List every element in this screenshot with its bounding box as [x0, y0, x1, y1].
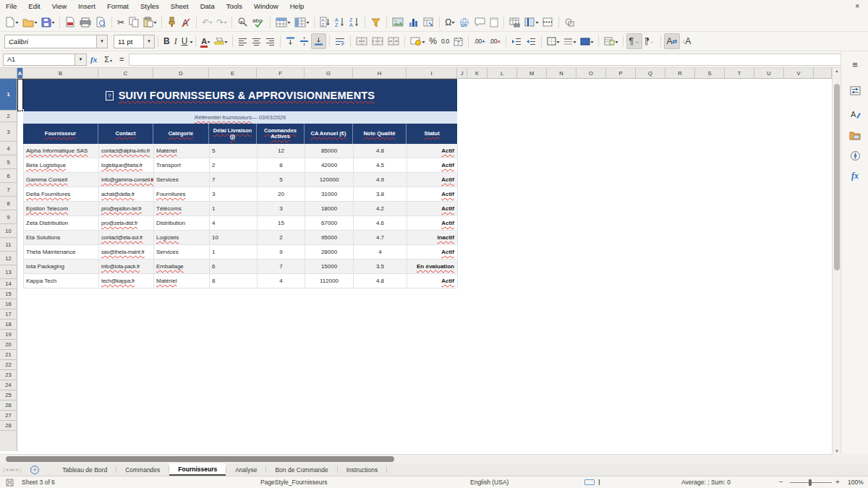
- row-header-4[interactable]: 4: [0, 142, 17, 155]
- cell[interactable]: 15000: [305, 260, 354, 273]
- selection-mode-icon[interactable]: [584, 479, 595, 485]
- cell[interactable]: Theta Maintenance: [24, 245, 99, 259]
- insert-pivot-table-button[interactable]: [421, 14, 436, 30]
- table-title-cell[interactable]: ? SUIVI FOURNISSEURS & APPROVISIONNEMENT…: [23, 79, 457, 111]
- special-character-button[interactable]: Ω▾: [443, 14, 456, 30]
- cell[interactable]: 67000: [305, 216, 354, 230]
- row-header-19[interactable]: 19: [0, 330, 17, 340]
- cell[interactable]: Actif: [407, 202, 458, 215]
- cell[interactable]: 1: [210, 245, 258, 259]
- clone-formatting-button[interactable]: [165, 14, 179, 30]
- table-header-2[interactable]: Contact: [98, 124, 153, 144]
- column-header-B[interactable]: B: [23, 68, 98, 78]
- cell[interactable]: 3.5: [354, 260, 407, 273]
- cell[interactable]: 28000: [305, 245, 354, 259]
- print-button[interactable]: [77, 14, 93, 30]
- page-style-label[interactable]: PageStyle_Fournisseurs: [260, 476, 328, 488]
- cell[interactable]: sav@theta-maint.fr: [99, 245, 154, 259]
- sidebar-styles-button[interactable]: A: [848, 106, 862, 121]
- column-header-U[interactable]: U: [754, 68, 784, 78]
- menu-sheet[interactable]: Sheet: [165, 0, 195, 13]
- open-button[interactable]: ▾: [20, 14, 39, 30]
- sort-ascending-button[interactable]: AZ: [333, 14, 347, 30]
- cell[interactable]: 7: [210, 173, 258, 187]
- cell[interactable]: 4.6: [354, 216, 407, 230]
- sidebar-functions-button[interactable]: fx: [848, 168, 862, 183]
- cell[interactable]: achat@delta.fr: [99, 187, 154, 201]
- column-header-V[interactable]: V: [784, 68, 814, 78]
- cell[interactable]: Actif: [407, 187, 458, 201]
- merge-cells-button[interactable]: [354, 33, 370, 49]
- cell[interactable]: 1: [210, 202, 258, 215]
- zoom-out-button[interactable]: −: [779, 476, 783, 488]
- left-to-right-button[interactable]: ¶→: [626, 33, 642, 49]
- italic-button[interactable]: I: [172, 33, 179, 49]
- date-format-button[interactable]: 7: [451, 33, 465, 49]
- paste-button[interactable]: ▾: [141, 14, 158, 30]
- bold-button[interactable]: B: [161, 33, 172, 49]
- cell[interactable]: Matériel: [154, 274, 210, 288]
- cell[interactable]: 120000: [305, 173, 354, 187]
- row-header-2[interactable]: 2: [0, 111, 17, 122]
- insert-chart-button[interactable]: [406, 14, 421, 30]
- sidebar-gallery-button[interactable]: [848, 128, 862, 142]
- font-name-dropdown[interactable]: ▼: [97, 35, 108, 48]
- row-header-13[interactable]: 13: [0, 265, 17, 279]
- menu-help[interactable]: Help: [284, 0, 310, 13]
- equals-button[interactable]: =: [116, 55, 127, 64]
- cell[interactable]: 112000: [305, 274, 354, 288]
- cell[interactable]: Actif: [407, 245, 458, 259]
- cell[interactable]: 3: [210, 187, 258, 201]
- cell[interactable]: 20: [258, 187, 305, 201]
- row-header-23[interactable]: 23: [0, 370, 17, 380]
- dropdown-arrow-icon[interactable]: ▾: [536, 20, 539, 25]
- cell[interactable]: 85000: [305, 144, 354, 158]
- column-header-N[interactable]: N: [547, 68, 576, 78]
- align-right-button[interactable]: [263, 33, 277, 49]
- table-header-7[interactable]: Note Qualité: [353, 124, 407, 144]
- dropdown-arrow-icon[interactable]: ▾: [556, 39, 559, 44]
- sort-button[interactable]: AZ: [318, 14, 333, 30]
- cell[interactable]: Logiciels: [154, 231, 210, 244]
- insert-image-button[interactable]: [390, 14, 406, 30]
- menu-file[interactable]: File: [0, 0, 22, 13]
- currency-format-button[interactable]: ▾: [408, 33, 427, 49]
- text-horizontal-button[interactable]: A⇄: [664, 33, 681, 49]
- row-header-24[interactable]: 24: [0, 380, 17, 390]
- cell[interactable]: 10: [210, 231, 258, 244]
- menu-data[interactable]: Data: [195, 0, 221, 13]
- column-header-J[interactable]: J: [457, 68, 467, 78]
- cell[interactable]: Actif: [407, 173, 458, 187]
- row-header-27[interactable]: 27: [0, 411, 17, 421]
- split-window-button[interactable]: [540, 14, 556, 30]
- redo-button[interactable]: ↷▾: [214, 14, 229, 30]
- align-bottom-button[interactable]: [311, 33, 326, 49]
- cell[interactable]: 5: [210, 144, 258, 158]
- print-preview-button[interactable]: [93, 14, 109, 30]
- find-replace-button[interactable]: a: [235, 14, 250, 30]
- align-top-button[interactable]: [284, 33, 297, 49]
- row-header-25[interactable]: 25: [0, 390, 17, 401]
- dropdown-arrow-icon[interactable]: ▾: [154, 20, 157, 25]
- cell[interactable]: 8: [258, 158, 305, 172]
- table-header-row[interactable]: FournisseurContactCatégorieDélai Livrais…: [23, 124, 457, 144]
- cell[interactable]: Distribution: [154, 216, 210, 230]
- center-vertically-button[interactable]: [297, 33, 311, 49]
- column-header-R[interactable]: R: [665, 68, 695, 78]
- cell[interactable]: Epsilon Telecom: [24, 202, 99, 215]
- sheet-number-label[interactable]: Sheet 3 of 6: [22, 476, 55, 488]
- sidebar-settings-button[interactable]: ≡: [848, 57, 862, 72]
- text-vertical-button[interactable]: ↓A: [680, 33, 693, 49]
- row-header-7[interactable]: 7: [0, 183, 17, 197]
- autofilter-button[interactable]: [368, 14, 383, 30]
- name-box-dropdown[interactable]: ▼: [75, 53, 87, 66]
- cell[interactable]: tech@kappa.fr: [99, 274, 154, 288]
- cell[interactable]: 95000: [305, 231, 354, 244]
- spelling-button[interactable]: abc: [250, 14, 267, 30]
- cell[interactable]: info@iota-pack.fr: [99, 260, 154, 273]
- sheet-tab-fournisseurs[interactable]: Fournisseurs: [169, 463, 226, 476]
- underline-button[interactable]: U: [179, 33, 190, 49]
- cell[interactable]: 7: [258, 260, 305, 273]
- row-header-10[interactable]: 10: [0, 224, 17, 238]
- sort-descending-button[interactable]: ZA: [347, 14, 362, 30]
